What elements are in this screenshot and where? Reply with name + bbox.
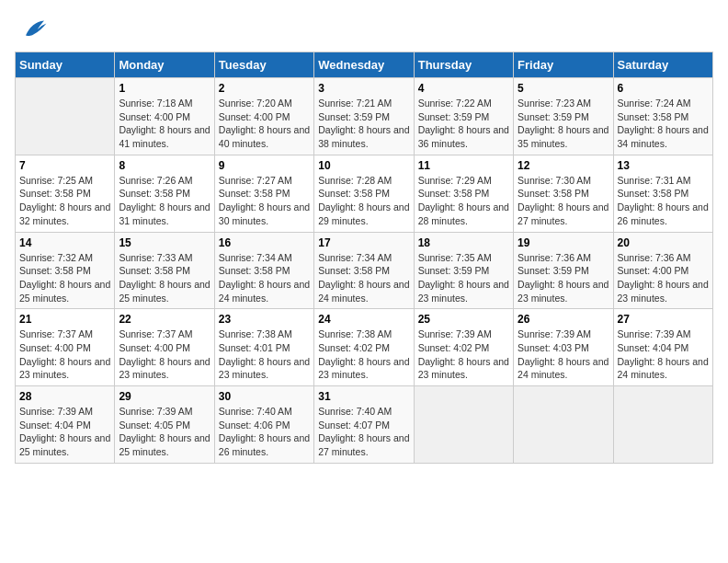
- calendar-header: SundayMondayTuesdayWednesdayThursdayFrid…: [16, 52, 713, 78]
- day-number: 2: [219, 82, 310, 95]
- day-number: 30: [219, 390, 310, 403]
- cell-info: Sunrise: 7:39 AMSunset: 4:04 PMDaylight:…: [19, 405, 110, 459]
- calendar-cell: 25Sunrise: 7:39 AMSunset: 4:02 PMDayligh…: [414, 309, 513, 386]
- calendar-cell: 3Sunrise: 7:21 AMSunset: 3:59 PMDaylight…: [314, 78, 414, 155]
- day-number: 21: [19, 313, 110, 326]
- cell-info: Sunrise: 7:39 AMSunset: 4:02 PMDaylight:…: [418, 327, 509, 382]
- day-number: 29: [119, 390, 210, 403]
- calendar-cell: 18Sunrise: 7:35 AMSunset: 3:59 PMDayligh…: [414, 232, 513, 309]
- day-number: 7: [19, 159, 110, 172]
- day-number: 22: [119, 313, 210, 326]
- calendar-cell: 26Sunrise: 7:39 AMSunset: 4:03 PMDayligh…: [514, 309, 613, 386]
- calendar-cell: 29Sunrise: 7:39 AMSunset: 4:05 PMDayligh…: [115, 386, 214, 464]
- day-number: 18: [418, 236, 509, 249]
- day-number: 14: [19, 236, 110, 249]
- calendar-row: 7Sunrise: 7:25 AMSunset: 3:58 PMDaylight…: [16, 155, 713, 232]
- day-number: 3: [318, 82, 409, 95]
- day-number: 9: [219, 159, 310, 172]
- calendar-row: 1Sunrise: 7:18 AMSunset: 4:00 PMDaylight…: [16, 78, 713, 155]
- day-number: 12: [518, 159, 609, 172]
- weekday-header: Thursday: [414, 52, 513, 78]
- calendar-row: 21Sunrise: 7:37 AMSunset: 4:00 PMDayligh…: [16, 309, 713, 386]
- day-number: 20: [618, 236, 709, 249]
- cell-info: Sunrise: 7:24 AMSunset: 3:58 PMDaylight:…: [618, 97, 709, 151]
- cell-info: Sunrise: 7:29 AMSunset: 3:58 PMDaylight:…: [418, 174, 509, 228]
- day-number: 25: [418, 313, 509, 326]
- cell-info: Sunrise: 7:36 AMSunset: 4:00 PMDaylight:…: [618, 251, 709, 305]
- day-number: 24: [318, 313, 409, 326]
- cell-info: Sunrise: 7:34 AMSunset: 3:58 PMDaylight:…: [219, 251, 310, 305]
- day-number: 28: [19, 390, 110, 403]
- day-number: 1: [119, 82, 210, 95]
- cell-info: Sunrise: 7:21 AMSunset: 3:59 PMDaylight:…: [318, 97, 409, 151]
- calendar-cell: [514, 386, 613, 464]
- calendar-cell: 23Sunrise: 7:38 AMSunset: 4:01 PMDayligh…: [214, 309, 313, 386]
- calendar-row: 28Sunrise: 7:39 AMSunset: 4:04 PMDayligh…: [16, 386, 713, 464]
- calendar-cell: 17Sunrise: 7:34 AMSunset: 3:58 PMDayligh…: [314, 232, 414, 309]
- cell-info: Sunrise: 7:36 AMSunset: 3:59 PMDaylight:…: [518, 251, 609, 305]
- day-number: 10: [318, 159, 409, 172]
- cell-info: Sunrise: 7:32 AMSunset: 3:58 PMDaylight:…: [19, 251, 110, 305]
- cell-info: Sunrise: 7:28 AMSunset: 3:58 PMDaylight:…: [318, 174, 409, 228]
- calendar-cell: 20Sunrise: 7:36 AMSunset: 4:00 PMDayligh…: [613, 232, 712, 309]
- weekday-header: Wednesday: [314, 52, 414, 78]
- day-number: 23: [219, 313, 310, 326]
- cell-info: Sunrise: 7:34 AMSunset: 3:58 PMDaylight:…: [318, 251, 409, 305]
- header: [15, 15, 713, 44]
- calendar-cell: 12Sunrise: 7:30 AMSunset: 3:58 PMDayligh…: [514, 155, 613, 232]
- weekday-header: Friday: [514, 52, 613, 78]
- calendar-cell: 15Sunrise: 7:33 AMSunset: 3:58 PMDayligh…: [115, 232, 214, 309]
- day-number: 27: [618, 313, 709, 326]
- calendar-cell: [414, 386, 513, 464]
- calendar-cell: 28Sunrise: 7:39 AMSunset: 4:04 PMDayligh…: [16, 386, 115, 464]
- calendar-cell: [613, 386, 712, 464]
- cell-info: Sunrise: 7:33 AMSunset: 3:58 PMDaylight:…: [119, 251, 210, 305]
- calendar-cell: 4Sunrise: 7:22 AMSunset: 3:59 PMDaylight…: [414, 78, 513, 155]
- cell-info: Sunrise: 7:39 AMSunset: 4:05 PMDaylight:…: [119, 405, 210, 459]
- day-number: 4: [418, 82, 509, 95]
- calendar-cell: 2Sunrise: 7:20 AMSunset: 4:00 PMDaylight…: [214, 78, 313, 155]
- calendar-cell: 8Sunrise: 7:26 AMSunset: 3:58 PMDaylight…: [115, 155, 214, 232]
- cell-info: Sunrise: 7:20 AMSunset: 4:00 PMDaylight:…: [219, 97, 310, 151]
- calendar-cell: 11Sunrise: 7:29 AMSunset: 3:58 PMDayligh…: [414, 155, 513, 232]
- weekday-header: Monday: [115, 52, 214, 78]
- calendar-cell: 9Sunrise: 7:27 AMSunset: 3:58 PMDaylight…: [214, 155, 313, 232]
- cell-info: Sunrise: 7:39 AMSunset: 4:03 PMDaylight:…: [518, 327, 609, 382]
- cell-info: Sunrise: 7:18 AMSunset: 4:00 PMDaylight:…: [119, 97, 210, 151]
- day-number: 8: [119, 159, 210, 172]
- weekday-header: Tuesday: [214, 52, 313, 78]
- cell-info: Sunrise: 7:38 AMSunset: 4:01 PMDaylight:…: [219, 327, 310, 382]
- calendar-cell: 22Sunrise: 7:37 AMSunset: 4:00 PMDayligh…: [115, 309, 214, 386]
- cell-info: Sunrise: 7:26 AMSunset: 3:58 PMDaylight:…: [119, 174, 210, 228]
- cell-info: Sunrise: 7:37 AMSunset: 4:00 PMDaylight:…: [119, 327, 210, 382]
- cell-info: Sunrise: 7:37 AMSunset: 4:00 PMDaylight:…: [19, 327, 110, 382]
- day-number: 11: [418, 159, 509, 172]
- day-number: 26: [518, 313, 609, 326]
- calendar-body: 1Sunrise: 7:18 AMSunset: 4:00 PMDaylight…: [16, 78, 713, 464]
- day-number: 17: [318, 236, 409, 249]
- calendar-cell: 14Sunrise: 7:32 AMSunset: 3:58 PMDayligh…: [16, 232, 115, 309]
- calendar-cell: 31Sunrise: 7:40 AMSunset: 4:07 PMDayligh…: [314, 386, 414, 464]
- calendar-cell: 5Sunrise: 7:23 AMSunset: 3:59 PMDaylight…: [514, 78, 613, 155]
- calendar-cell: 1Sunrise: 7:18 AMSunset: 4:00 PMDaylight…: [115, 78, 214, 155]
- day-number: 5: [518, 82, 609, 95]
- calendar-cell: 7Sunrise: 7:25 AMSunset: 3:58 PMDaylight…: [16, 155, 115, 232]
- cell-info: Sunrise: 7:30 AMSunset: 3:58 PMDaylight:…: [518, 174, 609, 228]
- calendar-cell: 6Sunrise: 7:24 AMSunset: 3:58 PMDaylight…: [613, 78, 712, 155]
- calendar-cell: [16, 78, 115, 155]
- calendar-row: 14Sunrise: 7:32 AMSunset: 3:58 PMDayligh…: [16, 232, 713, 309]
- calendar-cell: 30Sunrise: 7:40 AMSunset: 4:06 PMDayligh…: [214, 386, 313, 464]
- cell-info: Sunrise: 7:23 AMSunset: 3:59 PMDaylight:…: [518, 97, 609, 151]
- logo-bird-icon: [18, 15, 48, 44]
- logo: [15, 15, 48, 44]
- cell-info: Sunrise: 7:39 AMSunset: 4:04 PMDaylight:…: [618, 327, 709, 382]
- day-number: 6: [618, 82, 709, 95]
- cell-info: Sunrise: 7:22 AMSunset: 3:59 PMDaylight:…: [418, 97, 509, 151]
- calendar-cell: 10Sunrise: 7:28 AMSunset: 3:58 PMDayligh…: [314, 155, 414, 232]
- calendar-cell: 19Sunrise: 7:36 AMSunset: 3:59 PMDayligh…: [514, 232, 613, 309]
- cell-info: Sunrise: 7:25 AMSunset: 3:58 PMDaylight:…: [19, 174, 110, 228]
- day-number: 13: [618, 159, 709, 172]
- cell-info: Sunrise: 7:38 AMSunset: 4:02 PMDaylight:…: [318, 327, 409, 382]
- weekday-header: Sunday: [16, 52, 115, 78]
- calendar-cell: 27Sunrise: 7:39 AMSunset: 4:04 PMDayligh…: [613, 309, 712, 386]
